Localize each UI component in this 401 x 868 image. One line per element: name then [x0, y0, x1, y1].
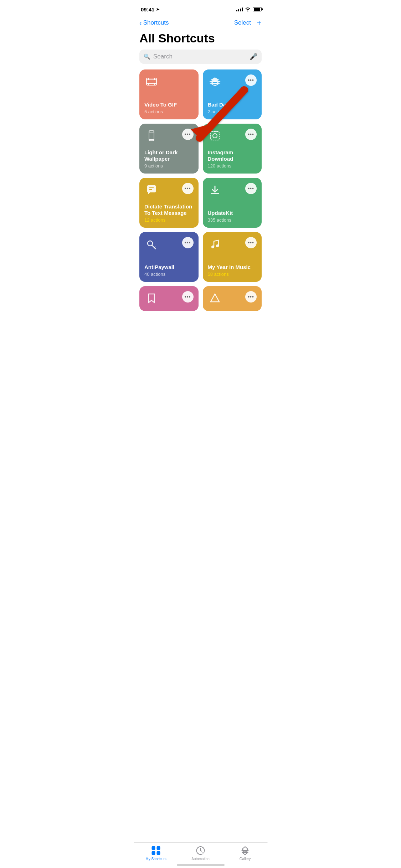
card-bottom: Video To GIF 5 actions — [144, 102, 194, 114]
partial-cards-row: ••• ••• — [134, 282, 267, 311]
card-title: Instagram Download — [208, 149, 257, 162]
svg-point-22 — [211, 246, 214, 248]
more-button[interactable]: ••• — [182, 237, 194, 248]
svg-rect-17 — [211, 193, 219, 194]
card-title: Video To GIF — [144, 102, 194, 108]
screenshot-icon — [208, 129, 222, 143]
card-bottom: Bad Date 2 actions — [208, 102, 257, 114]
svg-rect-13 — [211, 131, 219, 140]
status-icons — [236, 7, 262, 11]
card-top: ••• — [144, 291, 194, 305]
nav-bar: ‹ Shortcuts Select + — [134, 16, 267, 30]
more-button[interactable]: ••• — [182, 291, 194, 303]
card-top: ••• — [208, 237, 257, 251]
more-button[interactable]: ••• — [245, 129, 257, 140]
shortcut-card-light-dark-wallpaper[interactable]: ••• Light or Dark Wallpaper 9 actions — [139, 124, 199, 174]
more-dots-icon: ••• — [185, 294, 191, 300]
more-dots-icon: ••• — [248, 77, 254, 83]
music-icon — [208, 237, 222, 251]
download-icon — [208, 183, 222, 197]
shortcut-card-instagram-download[interactable]: ••• Instagram Download 120 actions — [203, 124, 262, 174]
card-bottom: AntiPaywall 40 actions — [144, 264, 194, 277]
card-top: ••• — [208, 183, 257, 197]
card-title: AntiPaywall — [144, 264, 194, 270]
back-label: Shortcuts — [143, 19, 169, 26]
card-bottom: UpdateKit 335 actions — [208, 210, 257, 223]
bookmark-icon — [144, 291, 159, 305]
select-button[interactable]: Select — [234, 19, 251, 26]
more-button[interactable]: ••• — [182, 183, 194, 194]
card-bottom: Light or Dark Wallpaper 9 actions — [144, 149, 194, 169]
nav-right: Select + — [234, 19, 262, 27]
layers-icon — [208, 74, 222, 89]
card-title: Dictate Translation To Text Message — [144, 203, 194, 216]
signal-icon — [236, 7, 243, 11]
more-dots-icon: ••• — [185, 240, 191, 246]
card-actions: 58 actions — [208, 272, 257, 277]
card-title: Light or Dark Wallpaper — [144, 149, 194, 162]
card-title: UpdateKit — [208, 210, 257, 216]
more-dots-icon: ••• — [185, 131, 191, 137]
card-top: ••• — [208, 74, 257, 89]
card-top — [144, 74, 194, 89]
card-actions: 5 actions — [144, 109, 194, 114]
triangle-icon — [208, 291, 222, 305]
card-actions: 335 actions — [208, 217, 257, 223]
card-bottom: My Year In Music 58 actions — [208, 264, 257, 277]
shortcut-card-updatekit[interactable]: ••• UpdateKit 335 actions — [203, 178, 262, 228]
svg-point-19 — [148, 241, 153, 246]
search-input[interactable]: Search — [153, 53, 247, 60]
card-actions: 9 actions — [144, 163, 194, 169]
svg-line-21 — [154, 247, 155, 248]
more-button[interactable]: ••• — [245, 237, 257, 248]
card-title: Bad Date — [208, 102, 257, 108]
shortcuts-grid: Video To GIF 5 actions ••• Bad Da — [134, 69, 267, 282]
svg-marker-26 — [211, 294, 219, 302]
shortcut-card-bad-date[interactable]: ••• Bad Date 2 actions — [203, 69, 262, 119]
search-container: 🔍 Search 🎤 — [134, 50, 267, 69]
shortcut-card-partial-pink[interactable]: ••• — [139, 286, 199, 311]
more-dots-icon: ••• — [248, 131, 254, 137]
card-top: ••• — [144, 237, 194, 251]
shortcut-card-antipaywall[interactable]: ••• AntiPaywall 40 actions — [139, 232, 199, 282]
film-icon — [144, 74, 159, 89]
more-button[interactable]: ••• — [245, 291, 257, 303]
card-title: My Year In Music — [208, 264, 257, 270]
svg-point-23 — [216, 244, 219, 247]
shortcut-card-video-to-gif[interactable]: Video To GIF 5 actions — [139, 69, 199, 119]
more-button[interactable]: ••• — [245, 74, 257, 86]
location-icon: ➤ — [156, 7, 159, 12]
page-title: All Shortcuts — [134, 30, 267, 50]
more-dots-icon: ••• — [248, 294, 254, 300]
more-button[interactable]: ••• — [245, 183, 257, 194]
more-dots-icon: ••• — [248, 240, 254, 246]
shortcut-card-my-year-in-music[interactable]: ••• My Year In Music 58 actions — [203, 232, 262, 282]
card-bottom: Instagram Download 120 actions — [208, 149, 257, 169]
chat-icon — [144, 183, 159, 197]
more-dots-icon: ••• — [185, 186, 191, 191]
back-button[interactable]: ‹ Shortcuts — [139, 19, 169, 27]
svg-point-14 — [213, 134, 217, 138]
status-bar: 09:41 ➤ — [134, 0, 267, 16]
card-actions: 40 actions — [144, 272, 194, 277]
card-top: ••• — [144, 129, 194, 143]
back-chevron-icon: ‹ — [139, 19, 142, 27]
add-button[interactable]: + — [257, 19, 262, 27]
shortcuts-grid-wrapper: Video To GIF 5 actions ••• Bad Da — [134, 69, 267, 282]
search-bar[interactable]: 🔍 Search 🎤 — [139, 50, 262, 64]
mic-icon: 🎤 — [250, 53, 257, 61]
more-dots-icon: ••• — [248, 186, 254, 191]
shortcut-card-partial-orange[interactable]: ••• — [203, 286, 262, 311]
card-actions: 12 actions — [144, 217, 194, 223]
shortcut-card-dictate-translation[interactable]: ••• Dictate Translation To Text Message … — [139, 178, 199, 228]
search-icon: 🔍 — [144, 53, 150, 60]
card-bottom: Dictate Translation To Text Message 12 a… — [144, 203, 194, 223]
svg-rect-0 — [146, 78, 156, 85]
card-actions: 2 actions — [208, 109, 257, 114]
battery-icon — [253, 7, 262, 11]
card-top: ••• — [208, 129, 257, 143]
status-time: 09:41 ➤ — [141, 6, 159, 12]
phone-icon — [144, 129, 159, 143]
card-actions: 120 actions — [208, 163, 257, 169]
more-button[interactable]: ••• — [182, 129, 194, 140]
